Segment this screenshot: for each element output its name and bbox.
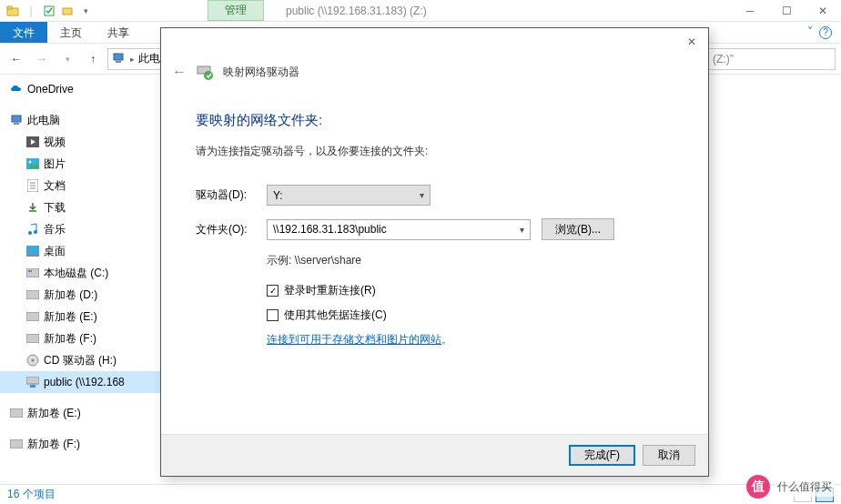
dialog-close-button[interactable]: ✕ — [681, 31, 703, 53]
svg-rect-1 — [7, 6, 12, 9]
example-text: 示例: \\server\share — [267, 253, 674, 268]
tab-home[interactable]: 主页 — [47, 22, 95, 43]
pictures-icon — [25, 156, 40, 171]
reconnect-label: 登录时重新连接(R) — [284, 283, 376, 298]
svg-rect-26 — [26, 334, 39, 343]
dialog-heading: 要映射的网络文件夹: — [196, 112, 674, 129]
music-icon — [25, 222, 40, 237]
svg-rect-5 — [116, 61, 121, 63]
finish-button[interactable]: 完成(F) — [569, 445, 635, 466]
checkbox-icon[interactable] — [42, 4, 56, 18]
tree-cdrom[interactable]: CD 驱动器 (H:) — [0, 349, 160, 371]
downloads-icon — [25, 200, 40, 215]
search-input[interactable]: (Z:)" — [708, 48, 836, 70]
tree-localdisk-c[interactable]: 本地磁盘 (C:) — [0, 262, 160, 284]
drive-label: 驱动器(D): — [196, 187, 267, 203]
chevron-down-icon: ▾ — [520, 225, 524, 235]
disk-icon — [25, 266, 40, 280]
computer-icon — [112, 52, 127, 66]
qat-dropdown-icon[interactable]: ▾ — [78, 4, 93, 18]
management-tab[interactable]: 管理 — [208, 0, 264, 21]
reconnect-checkbox-row[interactable]: ✓ 登录时重新连接(R) — [267, 283, 674, 298]
svg-rect-6 — [12, 116, 21, 122]
help-icon[interactable]: ? — [819, 26, 832, 39]
cdrom-icon — [25, 353, 40, 368]
folder-small-icon[interactable] — [60, 4, 75, 18]
dialog-back-button[interactable]: ← — [172, 64, 187, 80]
svg-rect-4 — [114, 54, 123, 60]
titlebar: | ▾ 管理 public (\\192.168.31.183) (Z:) ─ … — [0, 0, 841, 22]
documents-icon — [25, 178, 40, 193]
network-drive-icon — [196, 63, 214, 81]
svg-point-34 — [204, 71, 213, 80]
cancel-button[interactable]: 取消 — [643, 445, 695, 466]
svg-rect-22 — [26, 268, 39, 277]
checkbox-checked-icon[interactable]: ✓ — [267, 285, 279, 297]
watermark-text: 什么值得买 — [774, 478, 836, 497]
maximize-button[interactable]: ☐ — [768, 0, 805, 22]
svg-rect-29 — [26, 377, 39, 384]
tree-music[interactable]: 音乐 — [0, 218, 160, 240]
dialog-titlebar: ✕ — [161, 28, 708, 55]
folder-label: 文件夹(O): — [196, 222, 267, 237]
folder-icon — [5, 4, 20, 18]
tree-desktop[interactable]: 桌面 — [0, 240, 160, 262]
checkbox-unchecked-icon[interactable] — [267, 309, 279, 321]
browse-button[interactable]: 浏览(B)... — [542, 218, 614, 240]
svg-rect-32 — [10, 439, 23, 449]
tab-share[interactable]: 共享 — [95, 22, 142, 43]
tree-downloads[interactable]: 下载 — [0, 197, 160, 218]
tree-vol-d[interactable]: 新加卷 (D:) — [0, 284, 160, 306]
tree-videos[interactable]: 视频 — [0, 131, 160, 153]
folder-input[interactable]: \\192.168.31.183\public ▾ — [267, 219, 531, 240]
folder-row: 文件夹(O): \\192.168.31.183\public ▾ 浏览(B).… — [196, 218, 674, 240]
credentials-checkbox-row[interactable]: 使用其他凭据连接(C) — [267, 307, 674, 323]
tree-documents[interactable]: 文档 — [0, 175, 160, 197]
dialog-body: 要映射的网络文件夹: 请为连接指定驱动器号，以及你要连接的文件夹: 驱动器(D)… — [161, 88, 708, 348]
svg-rect-7 — [14, 123, 19, 125]
chevron-down-icon: ▾ — [420, 190, 424, 200]
svg-rect-25 — [26, 312, 39, 321]
svg-point-28 — [32, 359, 35, 362]
nav-back-button[interactable]: ← — [5, 48, 27, 70]
nav-up-button[interactable]: ↑ — [82, 48, 104, 70]
watermark-badge-icon: 值 — [746, 475, 770, 499]
ribbon-expand-button[interactable]: ˅ ? — [798, 22, 841, 43]
website-link[interactable]: 连接到可用于存储文档和图片的网站 — [267, 333, 441, 346]
tree-public-z[interactable]: public (\\192.168 — [0, 371, 160, 393]
svg-point-11 — [29, 161, 32, 164]
nav-tree: OneDrive 此电脑 视频 图片 文档 下载 音乐 桌面 本地磁盘 (C:)… — [0, 75, 160, 482]
disk-icon — [9, 406, 24, 420]
status-item-count: 16 个项目 — [7, 487, 56, 502]
watermark: 值 什么值得买 — [746, 475, 836, 499]
tree-vol-e-root[interactable]: 新加卷 (E:) — [0, 402, 160, 424]
drive-select[interactable]: Y: ▾ — [267, 185, 431, 206]
disk-icon — [25, 287, 40, 302]
disk-icon — [9, 437, 24, 451]
tree-vol-f-root[interactable]: 新加卷 (F:) — [0, 433, 160, 455]
breadcrumb-text: 此电 — [138, 51, 160, 66]
video-icon — [25, 135, 40, 149]
svg-point-18 — [28, 231, 32, 235]
svg-rect-31 — [10, 408, 23, 418]
svg-rect-30 — [30, 385, 35, 388]
cloud-icon — [9, 82, 24, 96]
tree-vol-e[interactable]: 新加卷 (E:) — [0, 306, 160, 328]
dialog-header: ← 映射网络驱动器 — [161, 55, 708, 88]
close-button[interactable]: ✕ — [805, 0, 841, 22]
quick-access-toolbar: | ▾ — [0, 4, 98, 18]
search-placeholder-text: (Z:)" — [713, 53, 734, 66]
map-network-drive-dialog: ✕ ← 映射网络驱动器 要映射的网络文件夹: 请为连接指定驱动器号，以及你要连接… — [160, 27, 709, 477]
tab-file[interactable]: 文件 — [0, 22, 47, 43]
tree-onedrive[interactable]: OneDrive — [0, 78, 160, 100]
window-title: public (\\192.168.31.183) (Z:) — [286, 5, 427, 17]
network-drive-icon — [25, 375, 40, 389]
minimize-button[interactable]: ─ — [732, 0, 768, 22]
tree-thispc[interactable]: 此电脑 — [0, 109, 160, 131]
tree-pictures[interactable]: 图片 — [0, 153, 160, 175]
nav-forward-button[interactable]: → — [31, 48, 53, 70]
tree-vol-f[interactable]: 新加卷 (F:) — [0, 328, 160, 349]
computer-icon — [9, 113, 24, 127]
divider-icon: | — [24, 4, 38, 18]
nav-history-dropdown[interactable]: ▾ — [56, 48, 78, 70]
